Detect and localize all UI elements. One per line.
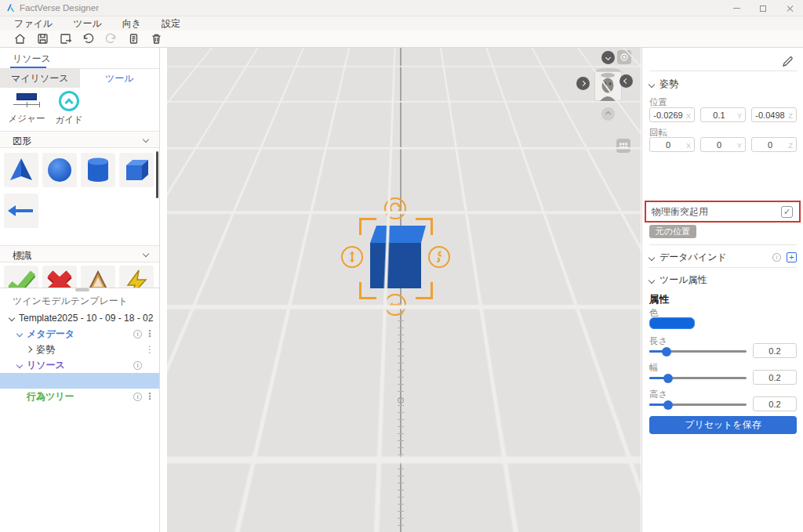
orbit-down-button[interactable] (601, 107, 615, 121)
shape-sphere[interactable] (42, 153, 77, 187)
pose-section-header[interactable]: 姿勢 (649, 78, 678, 91)
info-icon[interactable] (133, 393, 142, 401)
tool-attr-section-header[interactable]: ツール属性 (649, 273, 707, 287)
height-slider-thumb[interactable] (663, 400, 673, 410)
shape-cube[interactable] (119, 153, 154, 187)
undo-button[interactable] (81, 32, 95, 46)
resources-panel-header: リソース (0, 48, 159, 69)
origin-marker (398, 397, 404, 404)
info-icon[interactable] (772, 253, 781, 262)
copy-button[interactable] (126, 32, 140, 46)
menu-tools[interactable]: ツール (73, 17, 102, 31)
menu-file[interactable]: ファイル (14, 17, 53, 31)
view-orientation-cube[interactable] (594, 68, 622, 103)
chevron-down-icon (9, 315, 15, 321)
flip-vertical-handle[interactable] (428, 246, 450, 268)
width-slider[interactable] (649, 377, 747, 379)
tab-my-resources[interactable]: マイリソース (0, 69, 80, 88)
maximize-button[interactable] (750, 0, 776, 16)
panel-splitter[interactable] (0, 288, 159, 291)
height-value-input[interactable] (754, 397, 796, 411)
tools-grid: メジャー ガイド (0, 88, 159, 131)
tree-item-behavior-tree[interactable]: 行為ツリー (0, 389, 159, 404)
tree-item-pose[interactable]: 姿勢 (0, 342, 159, 357)
height-value-field[interactable] (753, 396, 797, 411)
close-button[interactable] (776, 0, 803, 16)
shape-pyramid[interactable] (4, 153, 38, 187)
position-z-field[interactable]: Z (751, 107, 797, 122)
resource-tabs: マイリソース ツール (0, 69, 159, 88)
rotation-z-field[interactable]: Z (751, 137, 797, 152)
pose-section-label: 姿勢 (659, 78, 678, 91)
rotate-handle[interactable] (384, 197, 406, 219)
menu-orientation[interactable]: 向き (122, 17, 141, 31)
section-shapes-header[interactable]: 図形 (0, 131, 159, 148)
length-slider-thumb[interactable] (662, 347, 671, 356)
tree-item-resource[interactable]: リソース (0, 357, 159, 373)
sign-warning-cone[interactable] (81, 266, 115, 288)
tree-item-template-root[interactable]: Template2025 - 10 - 09 - 18 - 02 (0, 310, 159, 326)
viewport-3d[interactable] (167, 48, 641, 532)
projection-toggle-button[interactable] (617, 50, 631, 64)
save-preset-button[interactable]: プリセットを保存 (649, 416, 797, 434)
window-title: FactVerse Designer (20, 3, 99, 13)
kebab-menu-icon[interactable] (145, 344, 154, 355)
redo-button[interactable] (104, 32, 118, 46)
tool-measure[interactable]: メジャー (6, 91, 47, 125)
tool-attr-section-label: ツール属性 (659, 273, 707, 287)
info-icon[interactable] (133, 330, 142, 338)
reset-position-button[interactable]: 元の位置 (649, 225, 696, 238)
orbit-up-button[interactable] (601, 51, 615, 64)
info-icon[interactable] (133, 361, 142, 370)
orbit-left-button[interactable] (576, 77, 590, 90)
resources-tab[interactable]: リソース (13, 52, 51, 66)
tree-pose-label: 姿勢 (36, 343, 55, 356)
shape-arrow-left[interactable] (4, 194, 38, 228)
tab-tools[interactable]: ツール (80, 69, 160, 88)
axis-z-label: Z (788, 141, 793, 150)
height-slider[interactable] (649, 404, 747, 406)
move-horizontal-handle[interactable] (384, 294, 406, 316)
tool-guide[interactable]: ガイド (49, 91, 89, 126)
width-value-input[interactable] (754, 371, 796, 384)
shapes-scrollbar[interactable] (156, 151, 158, 198)
minimize-button[interactable] (723, 0, 750, 16)
sign-lightning[interactable] (119, 266, 154, 288)
home-button[interactable] (13, 32, 27, 46)
orbit-right-button[interactable] (620, 74, 633, 88)
template-panel-header: ツインモデルテンプレート (0, 291, 159, 310)
width-value-field[interactable] (753, 370, 797, 385)
kebab-menu-icon[interactable] (145, 328, 154, 339)
chevron-down-icon (16, 362, 23, 368)
sign-check[interactable] (4, 266, 38, 288)
width-slider-thumb[interactable] (663, 374, 673, 383)
menu-settings[interactable]: 設定 (162, 17, 180, 31)
move-vertical-handle[interactable] (341, 246, 363, 268)
add-databind-button[interactable] (787, 252, 797, 262)
grid-toggle-button[interactable] (616, 139, 630, 153)
section-signs-header[interactable]: 標識 (0, 245, 159, 262)
edit-button[interactable] (782, 56, 794, 70)
length-slider[interactable] (649, 350, 747, 353)
shapes-grid (0, 148, 159, 245)
save-as-button[interactable] (58, 32, 72, 46)
length-value-input[interactable] (754, 344, 796, 357)
position-y-field[interactable]: Y (700, 107, 746, 122)
save-button[interactable] (35, 32, 49, 46)
kebab-menu-icon[interactable] (145, 391, 154, 402)
rotation-x-field[interactable]: X (649, 137, 695, 152)
app-logo-icon (6, 3, 15, 13)
length-value-field[interactable] (753, 343, 797, 358)
kebab-menu-icon[interactable] (145, 313, 154, 324)
physics-collision-checkbox[interactable] (781, 206, 793, 218)
position-x-field[interactable]: X (649, 107, 695, 122)
databind-section-header[interactable]: データバインド (649, 251, 727, 264)
sign-cross[interactable] (42, 266, 77, 288)
tree-item-selected-resource[interactable] (0, 373, 159, 389)
tree-item-metadata[interactable]: メタデータ (0, 326, 159, 342)
databind-section-label: データバインド (659, 251, 727, 264)
rotation-y-field[interactable]: Y (700, 137, 746, 152)
color-swatch[interactable] (649, 317, 695, 329)
shape-cylinder[interactable] (81, 153, 115, 187)
delete-button[interactable] (149, 32, 163, 46)
